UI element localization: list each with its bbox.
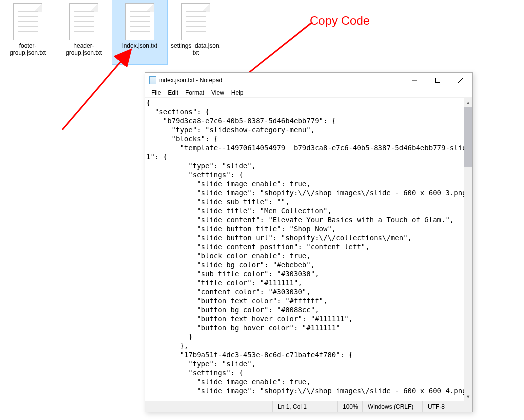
maximize-button[interactable] bbox=[426, 73, 450, 88]
svg-line-1 bbox=[62, 60, 122, 130]
txt-file-icon bbox=[14, 3, 42, 40]
status-eol: Windows (CRLF) bbox=[362, 401, 422, 412]
vertical-scrollbar[interactable]: ▲ ▼ bbox=[464, 98, 472, 401]
minimize-button[interactable] bbox=[404, 73, 426, 88]
window-title: index.json.txt - Notepad bbox=[160, 77, 222, 84]
statusbar: Ln 1, Col 1 100% Windows (CRLF) UTF-8 bbox=[146, 401, 472, 412]
desktop-files: footer-group.json.txt header-group.json.… bbox=[0, 0, 224, 65]
file-label: header-group.json.txt bbox=[56, 42, 112, 57]
file-index-json[interactable]: index.json.txt bbox=[112, 0, 168, 65]
status-position: Ln 1, Col 1 bbox=[272, 401, 338, 412]
txt-file-icon bbox=[70, 3, 98, 40]
text-editor[interactable]: { "sections": { "b79d3ca8-e7c6-40b5-8387… bbox=[146, 98, 464, 401]
scrollbar-thumb[interactable] bbox=[464, 107, 472, 167]
scrollbar-track[interactable] bbox=[464, 107, 472, 392]
txt-file-icon bbox=[182, 3, 210, 40]
menu-file[interactable]: File bbox=[148, 89, 164, 96]
annotation-copy-code: Copy Code bbox=[310, 14, 370, 28]
menubar: File Edit Format View Help bbox=[146, 88, 472, 98]
notepad-app-icon bbox=[150, 76, 156, 84]
svg-rect-3 bbox=[436, 78, 440, 83]
file-footer-group[interactable]: footer-group.json.txt bbox=[0, 0, 56, 65]
close-button[interactable] bbox=[450, 73, 472, 88]
status-encoding: UTF-8 bbox=[422, 401, 472, 412]
file-header-group[interactable]: header-group.json.txt bbox=[56, 0, 112, 65]
menu-format[interactable]: Format bbox=[182, 89, 208, 96]
status-zoom: 100% bbox=[338, 401, 362, 412]
file-settings-data[interactable]: settings_data.json.txt bbox=[168, 0, 224, 65]
menu-help[interactable]: Help bbox=[228, 89, 247, 96]
file-label: footer-group.json.txt bbox=[0, 42, 56, 57]
file-label: settings_data.json.txt bbox=[168, 42, 224, 57]
menu-view[interactable]: View bbox=[208, 89, 228, 96]
notepad-window: index.json.txt - Notepad File Edit Forma… bbox=[145, 72, 473, 412]
txt-file-icon bbox=[126, 3, 154, 40]
scroll-up-button[interactable]: ▲ bbox=[464, 98, 472, 107]
file-label: index.json.txt bbox=[112, 42, 168, 49]
menu-edit[interactable]: Edit bbox=[165, 89, 182, 96]
titlebar[interactable]: index.json.txt - Notepad bbox=[146, 73, 472, 88]
scroll-down-button[interactable]: ▼ bbox=[464, 392, 472, 401]
